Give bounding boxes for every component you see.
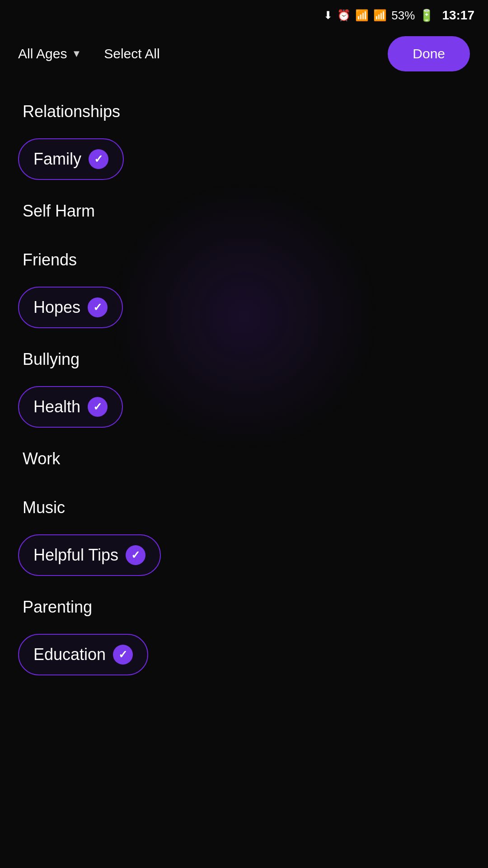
hopes-label: Hopes [33, 298, 80, 317]
category-label-work[interactable]: Work [18, 437, 470, 481]
category-item-helpful-tips: Helpful Tips [18, 534, 470, 580]
alarm-icon: ⏰ [337, 9, 351, 22]
done-button[interactable]: Done [388, 36, 470, 71]
helpful-tips-label: Helpful Tips [33, 546, 118, 565]
all-ages-label: All Ages [18, 46, 67, 61]
health-check-icon [88, 397, 108, 417]
category-chip-family[interactable]: Family [18, 138, 124, 180]
categories-list: Relationships Family Self Harm Friends H… [0, 80, 488, 693]
category-item-family: Family [18, 138, 470, 184]
category-item-music: Music [18, 486, 470, 530]
battery-icon: 🔋 [419, 9, 434, 23]
category-item-friends: Friends [18, 238, 470, 282]
top-bar: All Ages ▼ Select All Done [0, 27, 488, 80]
category-item-education: Education [18, 634, 470, 680]
category-label-relationships[interactable]: Relationships [18, 90, 470, 134]
select-all-button[interactable]: Select All [104, 46, 160, 61]
category-chip-education[interactable]: Education [18, 634, 148, 675]
category-chip-helpful-tips[interactable]: Helpful Tips [18, 534, 161, 576]
all-ages-dropdown[interactable]: All Ages ▼ [18, 46, 81, 61]
category-item-hopes: Hopes [18, 287, 470, 333]
category-label-music[interactable]: Music [18, 486, 470, 530]
battery-percent: 53% [391, 9, 415, 23]
education-check-icon [113, 645, 133, 665]
status-icons: ⬇ ⏰ 📶 📶 53% 🔋 13:17 [324, 8, 474, 23]
category-item-health: Health [18, 386, 470, 432]
chevron-down-icon: ▼ [71, 48, 81, 60]
status-bar: ⬇ ⏰ 📶 📶 53% 🔋 13:17 [0, 0, 488, 27]
education-label: Education [33, 645, 106, 664]
category-item-bullying: Bullying [18, 337, 470, 382]
category-item-work: Work [18, 437, 470, 481]
category-chip-health[interactable]: Health [18, 386, 123, 428]
health-label: Health [33, 397, 80, 416]
helpful-tips-check-icon [126, 545, 145, 565]
hopes-check-icon [88, 297, 108, 317]
done-label: Done [413, 46, 445, 61]
category-label-parenting[interactable]: Parenting [18, 585, 470, 629]
category-item-relationships: Relationships [18, 90, 470, 134]
category-chip-hopes[interactable]: Hopes [18, 287, 123, 328]
category-label-friends[interactable]: Friends [18, 238, 470, 282]
category-item-self-harm: Self Harm [18, 189, 470, 233]
wifi-icon: 📶 [355, 9, 369, 22]
status-time: 13:17 [442, 8, 474, 23]
family-label: Family [33, 150, 81, 169]
download-icon: ⬇ [324, 9, 333, 22]
family-check-icon [89, 149, 108, 169]
category-label-bullying[interactable]: Bullying [18, 337, 470, 382]
category-item-parenting: Parenting [18, 585, 470, 629]
category-label-self-harm[interactable]: Self Harm [18, 189, 470, 233]
select-all-label: Select All [104, 46, 160, 61]
signal-icon: 📶 [373, 9, 387, 22]
